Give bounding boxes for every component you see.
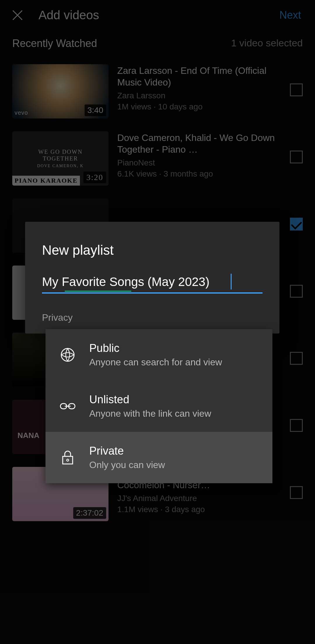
privacy-option-unlisted[interactable]: Unlisted Anyone with the link can view	[46, 381, 272, 432]
screen: Add videos Next Recently Watched 1 video…	[0, 0, 315, 644]
option-desc: Anyone can search for and view	[89, 357, 222, 368]
privacy-option-private[interactable]: Private Only you can view	[46, 432, 272, 483]
option-title: Unlisted	[89, 393, 211, 406]
option-desc: Only you can view	[89, 460, 165, 470]
svg-rect-6	[63, 456, 73, 464]
lock-icon	[60, 449, 76, 466]
option-desc: Anyone with the link can view	[89, 408, 211, 419]
option-texts: Private Only you can view	[89, 445, 165, 470]
spellcheck-underline	[65, 291, 131, 292]
option-title: Private	[89, 445, 165, 457]
dialog-title: New playlist	[42, 242, 262, 258]
playlist-name-field-wrap	[42, 275, 262, 294]
globe-icon	[60, 347, 76, 363]
new-playlist-dialog: New playlist Privacy	[25, 222, 279, 334]
option-texts: Unlisted Anyone with the link can view	[89, 393, 211, 419]
privacy-option-public[interactable]: Public Anyone can search for and view	[46, 329, 272, 381]
svg-point-7	[67, 459, 69, 461]
svg-point-2	[61, 348, 74, 361]
option-texts: Public Anyone can search for and view	[89, 342, 222, 368]
text-cursor	[231, 274, 232, 289]
privacy-dropdown: Public Anyone can search for and view Un…	[46, 329, 272, 483]
option-title: Public	[89, 342, 222, 355]
privacy-label: Privacy	[42, 312, 262, 323]
link-icon	[60, 398, 76, 414]
